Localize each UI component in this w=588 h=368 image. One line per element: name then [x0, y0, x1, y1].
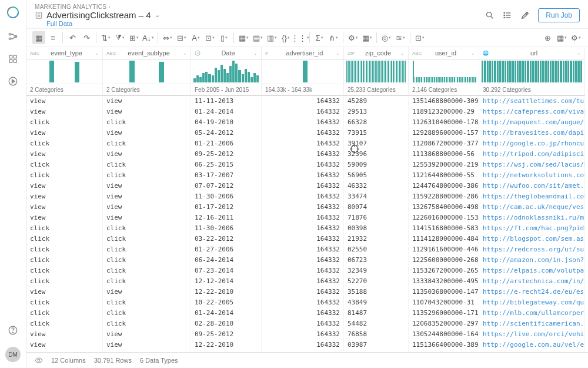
cell[interactable]: 29513 — [344, 107, 409, 117]
cell[interactable]: 164332 — [262, 191, 344, 202]
cell[interactable]: http://wufoo.com/sit/amet.aspx — [479, 181, 585, 191]
cell[interactable]: click — [26, 266, 103, 276]
cell[interactable]: view — [103, 287, 191, 297]
cell[interactable]: 00398 — [344, 223, 409, 234]
cell[interactable]: 03987 — [344, 340, 409, 350]
cell[interactable]: 12-16-2011 — [191, 213, 262, 223]
cell[interactable]: 164332 — [262, 202, 344, 213]
cell[interactable]: 52270 — [344, 276, 409, 287]
cell[interactable]: https://elpais.com/volutpat/p — [479, 266, 585, 276]
cell[interactable]: http://seattletimes.com/turpis — [479, 96, 585, 107]
cell[interactable]: click — [103, 266, 191, 276]
cell[interactable]: http://google.com.au/vel/enim/ — [479, 340, 585, 350]
search-icon[interactable] — [485, 11, 495, 20]
cell[interactable]: 1189123200000-29 — [409, 107, 479, 117]
cell[interactable]: click — [26, 170, 103, 181]
cell[interactable]: 01-24-2014 — [191, 308, 262, 319]
cell[interactable]: 01-24-2014 — [191, 107, 262, 117]
cell[interactable]: view — [26, 149, 103, 160]
cell[interactable]: 56905 — [344, 170, 409, 181]
cell[interactable]: view — [26, 329, 103, 340]
cell[interactable]: 1135036800000-147 — [409, 287, 479, 297]
cell[interactable]: view — [26, 96, 103, 107]
cell[interactable]: 45289 — [344, 96, 409, 107]
cell[interactable]: 06-25-2015 — [191, 160, 262, 170]
cell[interactable]: click — [103, 170, 191, 181]
cell[interactable]: 04-19-2010 — [191, 117, 262, 128]
cell[interactable]: 164332 — [262, 276, 344, 287]
cell[interactable]: click — [103, 138, 191, 149]
cell[interactable]: 35188 — [344, 287, 409, 297]
cell[interactable]: click — [103, 244, 191, 255]
cell[interactable]: 1326758400000-498 — [409, 202, 479, 213]
column-histogram[interactable] — [26, 59, 103, 84]
cell[interactable]: view — [103, 96, 191, 107]
cell[interactable]: 12-12-2014 — [191, 276, 262, 287]
cell[interactable]: 73915 — [344, 128, 409, 138]
run-job-button[interactable]: Run Job — [538, 8, 580, 22]
cell[interactable]: https://live.com/orci/vehicula — [479, 329, 585, 340]
cell[interactable]: https://redcross.org/ut/suscipi — [479, 244, 585, 255]
cell[interactable]: 164332 — [262, 234, 344, 244]
cell[interactable]: click — [26, 223, 103, 234]
cell[interactable]: https://ft.com/hac.png?pid=114 — [479, 223, 585, 234]
tree-button[interactable]: ⋔ — [327, 31, 340, 44]
column-button[interactable]: ▯ — [218, 31, 230, 44]
cell[interactable]: view — [26, 213, 103, 223]
format-button[interactable]: ⊡ — [203, 31, 216, 44]
cell[interactable]: view — [103, 181, 191, 191]
cell[interactable]: click — [26, 255, 103, 266]
cell[interactable]: click — [26, 234, 103, 244]
cell[interactable]: 164332 — [262, 297, 344, 308]
cell[interactable]: 164332 — [262, 160, 344, 170]
cell[interactable]: 164332 — [262, 329, 344, 340]
title-dropdown-icon[interactable]: ⌄ — [155, 11, 160, 19]
cell[interactable]: https://theglobeandmail.com/se — [479, 191, 585, 202]
cell[interactable]: https://cafepress.com/vivamus. — [479, 107, 585, 117]
cell[interactable]: view — [26, 181, 103, 191]
cell[interactable]: 03-17-2007 — [191, 170, 262, 181]
cell[interactable]: 164332 — [262, 138, 344, 149]
cell[interactable]: 39107 — [344, 138, 409, 149]
list-icon[interactable] — [503, 11, 512, 20]
cell[interactable]: view — [26, 128, 103, 138]
cell[interactable]: 07-07-2012 — [191, 181, 262, 191]
target-button[interactable]: ◎ — [380, 31, 393, 44]
column-header[interactable]: ZIPzip_code⌄ — [344, 47, 409, 59]
cell[interactable]: view — [26, 287, 103, 297]
cell[interactable]: 1151366400000-389 — [409, 340, 479, 350]
cell[interactable]: 81487 — [344, 308, 409, 319]
export-button[interactable]: ⊡ — [413, 31, 426, 44]
cell[interactable]: 02550 — [344, 244, 409, 255]
list-view-button[interactable]: ≡ — [46, 31, 59, 44]
column-histogram[interactable] — [191, 59, 262, 84]
cell[interactable]: 12-22-2010 — [191, 287, 262, 297]
cell[interactable]: 164332 — [262, 287, 344, 297]
column-header[interactable]: 🌐url⌄ — [479, 47, 585, 59]
cell[interactable]: http://amazon.com/in.json?pid= — [479, 255, 585, 266]
cell[interactable]: 164332 — [262, 128, 344, 138]
cell[interactable]: 1244764800000-386 — [409, 181, 479, 191]
cell[interactable]: click — [103, 255, 191, 266]
cell[interactable]: http://blogspot.com/sem.aspx?p — [479, 234, 585, 244]
cell[interactable]: 21932 — [344, 234, 409, 244]
cell[interactable]: 1114128000000-484 — [409, 234, 479, 244]
cell[interactable]: 01-27-2006 — [191, 244, 262, 255]
settings-button[interactable]: ⚙ — [569, 31, 582, 44]
avatar[interactable]: DM — [5, 347, 21, 362]
cell[interactable]: 12-22-2010 — [191, 340, 262, 350]
cell[interactable]: 1351468800000-309 — [409, 96, 479, 107]
cell[interactable]: 33474 — [344, 191, 409, 202]
cell[interactable]: http://bravesites.com/dapibus — [479, 128, 585, 138]
cell[interactable]: click — [26, 244, 103, 255]
cell[interactable]: http://scientificamerican.com/ — [479, 319, 585, 329]
table-button[interactable]: ▦ — [237, 31, 250, 44]
cell[interactable]: 09-25-2012 — [191, 329, 262, 340]
cell[interactable]: 76858 — [344, 329, 409, 340]
cell[interactable]: click — [103, 319, 191, 329]
cell[interactable]: click — [103, 308, 191, 319]
table2-button[interactable]: ▤ — [251, 31, 264, 44]
cell[interactable]: 32349 — [344, 266, 409, 276]
cell[interactable]: https://odnoklassniki.ru/maece — [479, 213, 585, 223]
cell[interactable]: 1333843200000-495 — [409, 276, 479, 287]
